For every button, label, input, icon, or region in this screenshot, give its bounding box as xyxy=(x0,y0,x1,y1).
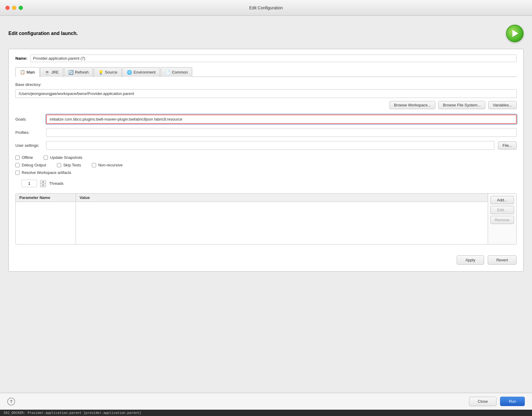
close-window-button[interactable] xyxy=(5,6,10,10)
environment-tab-icon: 🌐 xyxy=(127,70,132,75)
browse-file-system-button[interactable]: Browse File System... xyxy=(438,101,485,109)
param-value-col-header: Value xyxy=(76,194,488,202)
tab-main[interactable]: 📋 Main xyxy=(15,67,39,77)
checkbox-row-2: Debug Output Skip Tests Non-recursive xyxy=(15,163,517,167)
help-button[interactable]: ? xyxy=(7,398,15,405)
tab-source-label: Source xyxy=(105,70,117,74)
apply-revert-row: Apply Revert xyxy=(15,251,517,265)
params-value-col-body xyxy=(76,202,488,244)
threads-row: ▲ ▼ Threads xyxy=(21,180,517,187)
params-table-body xyxy=(16,202,488,244)
params-table: Parameter Name Value xyxy=(16,194,488,244)
play-icon xyxy=(512,30,518,37)
header-subtitle: Edit configuration and launch. xyxy=(8,31,78,36)
base-dir-label: Base directory: xyxy=(15,82,517,87)
resolve-workspace-label: Resolve Workspace artifacts xyxy=(22,170,71,175)
checkbox-row-1: Offline Update Snapshots xyxy=(15,155,517,160)
base-directory-group: Base directory: Browse Workspace... Brow… xyxy=(15,82,517,109)
offline-checkbox-item[interactable]: Offline xyxy=(15,155,33,160)
minimize-window-button[interactable] xyxy=(12,6,16,10)
tab-environment[interactable]: 🌐 Environment xyxy=(122,67,160,77)
user-settings-input[interactable] xyxy=(46,141,494,150)
tab-common-label: Common xyxy=(172,70,188,74)
remove-param-button[interactable]: Remove xyxy=(490,216,514,224)
debug-output-checkbox[interactable] xyxy=(15,163,20,167)
goals-input[interactable] xyxy=(46,115,517,124)
edit-param-button[interactable]: Edit... xyxy=(490,206,514,214)
params-actions: Add... Edit... Remove xyxy=(488,194,516,244)
config-panel: Name: 📋 Main ☕ JRE 🔄 Refresh 💡 Source � xyxy=(8,49,524,272)
checkboxes-section: Offline Update Snapshots Debug Output Sk… xyxy=(15,155,517,175)
threads-increment-button[interactable]: ▲ xyxy=(40,180,46,184)
refresh-tab-icon: 🔄 xyxy=(68,70,74,75)
tab-jre[interactable]: ☕ JRE xyxy=(40,67,63,77)
apply-button[interactable]: Apply xyxy=(457,255,484,265)
play-button[interactable] xyxy=(506,25,524,42)
tab-common[interactable]: 📄 Common xyxy=(161,67,192,77)
main-area: Edit configuration and launch. Name: 📋 M… xyxy=(0,16,532,393)
base-dir-input[interactable] xyxy=(15,89,517,98)
threads-decrement-button[interactable]: ▼ xyxy=(40,184,46,187)
profiles-label: Profiles: xyxy=(15,130,42,135)
file-button[interactable]: File... xyxy=(498,141,517,150)
add-param-button[interactable]: Add... xyxy=(490,196,514,204)
tabs-row: 📋 Main ☕ JRE 🔄 Refresh 💡 Source 🌐 Enviro… xyxy=(15,67,517,77)
name-input[interactable] xyxy=(30,55,517,62)
params-name-col-body xyxy=(16,202,76,244)
window-controls xyxy=(5,6,23,10)
jre-tab-icon: ☕ xyxy=(45,70,50,75)
tab-jre-label: JRE xyxy=(51,70,59,74)
user-settings-label: User settings: xyxy=(15,143,42,148)
tab-environment-label: Environment xyxy=(133,70,155,74)
threads-stepper: ▲ ▼ xyxy=(40,180,46,187)
params-table-header: Parameter Name Value xyxy=(16,194,488,202)
skip-tests-label: Skip Tests xyxy=(63,163,81,167)
offline-label: Offline xyxy=(22,155,33,160)
tab-source[interactable]: 💡 Source xyxy=(94,67,122,77)
profiles-row: Profiles: xyxy=(15,128,517,137)
close-button[interactable]: Close xyxy=(469,397,496,406)
tab-refresh[interactable]: 🔄 Refresh xyxy=(64,67,93,77)
goals-row: Goals: xyxy=(15,115,517,124)
footer-right: Close Run xyxy=(469,397,525,406)
threads-label: Threads xyxy=(49,181,64,186)
non-recursive-checkbox-item[interactable]: Non-recursive xyxy=(92,163,123,167)
update-snapshots-label: Update Snapshots xyxy=(50,155,82,160)
titlebar: Edit Configuration xyxy=(0,0,532,16)
revert-button[interactable]: Revert xyxy=(488,255,517,265)
variables-button[interactable]: Variables... xyxy=(488,101,517,109)
user-settings-row: User settings: File... xyxy=(15,141,517,150)
params-table-container: Parameter Name Value Add... Edit... Remo… xyxy=(15,193,517,244)
update-snapshots-checkbox[interactable] xyxy=(44,156,48,160)
main-tab-icon: 📋 xyxy=(20,70,25,74)
resolve-workspace-checkbox[interactable] xyxy=(15,171,20,175)
debug-output-checkbox-item[interactable]: Debug Output xyxy=(15,163,46,167)
name-row: Name: xyxy=(15,55,517,62)
update-snapshots-checkbox-item[interactable]: Update Snapshots xyxy=(44,155,82,160)
skip-tests-checkbox-item[interactable]: Skip Tests xyxy=(57,163,81,167)
skip-tests-checkbox[interactable] xyxy=(57,163,61,167)
name-label: Name: xyxy=(15,56,27,61)
browse-workspace-button[interactable]: Browse Workspace... xyxy=(390,101,436,109)
run-button[interactable]: Run xyxy=(500,397,525,406)
goals-label: Goals: xyxy=(15,117,42,121)
maximize-window-button[interactable] xyxy=(19,6,23,10)
status-text: 502_DOCKER: Provider.application.parent … xyxy=(4,411,141,415)
status-bar: 502_DOCKER: Provider.application.parent … xyxy=(0,410,532,416)
common-tab-icon: 📄 xyxy=(165,70,170,75)
threads-input[interactable] xyxy=(21,180,37,187)
non-recursive-checkbox[interactable] xyxy=(92,163,96,167)
debug-output-label: Debug Output xyxy=(22,163,46,167)
checkbox-row-3: Resolve Workspace artifacts xyxy=(15,170,517,175)
non-recursive-label: Non-recursive xyxy=(98,163,123,167)
header-row: Edit configuration and launch. xyxy=(8,25,524,42)
browse-buttons-row: Browse Workspace... Browse File System..… xyxy=(15,101,517,109)
param-name-col-header: Parameter Name xyxy=(16,194,76,202)
tab-main-label: Main xyxy=(27,70,35,74)
offline-checkbox[interactable] xyxy=(15,156,20,160)
tab-refresh-label: Refresh xyxy=(75,70,89,74)
resolve-workspace-checkbox-item[interactable]: Resolve Workspace artifacts xyxy=(15,170,71,175)
profiles-input[interactable] xyxy=(46,128,517,137)
titlebar-title: Edit Configuration xyxy=(249,5,283,10)
footer: ? Close Run xyxy=(0,393,532,410)
